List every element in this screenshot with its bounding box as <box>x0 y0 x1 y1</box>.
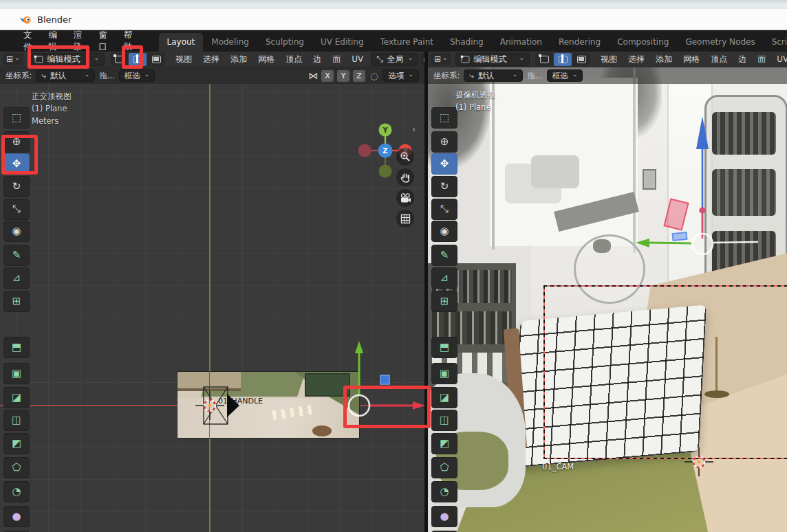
menu-edge[interactable]: 边 <box>308 52 326 67</box>
menu-add[interactable]: 添加 <box>226 52 252 67</box>
tool-inset-faces-button[interactable]: ▣ <box>3 363 30 384</box>
axis-ball-neg-x[interactable] <box>358 144 371 157</box>
toggle-ortho-button[interactable] <box>396 210 414 228</box>
gizmo-plane-handle[interactable] <box>380 375 389 384</box>
menu-vertex[interactable]: 顶点 <box>281 52 307 67</box>
gizmo-z-arrow[interactable] <box>696 116 709 149</box>
gizmo-x-arrow[interactable] <box>699 207 705 213</box>
tool-poly-build-button[interactable]: ⬠ <box>3 457 30 478</box>
tool-select-box-button[interactable]: ⬚ <box>3 107 30 129</box>
tool-move-button[interactable]: ✥ <box>431 153 457 175</box>
tool-smooth-button[interactable]: ● <box>3 506 30 527</box>
tool-add-cube-button[interactable]: ⊞ <box>3 291 30 312</box>
tool-bevel-button[interactable]: ◪ <box>431 387 457 408</box>
tool-extrude-region-button[interactable]: ⬒ <box>431 337 457 358</box>
tab-shading[interactable]: Shading <box>442 33 492 52</box>
tab-texture-paint[interactable]: Texture Paint <box>372 33 442 52</box>
tool-select-box-button[interactable]: ⬚ <box>431 107 457 129</box>
tool-cursor-button[interactable]: ⊕ <box>431 131 457 153</box>
tab-scripting[interactable]: Scripting <box>764 33 787 52</box>
tab-animation[interactable]: Animation <box>492 33 550 52</box>
drag-mode-dropdown[interactable]: 框选 ⌄ <box>547 69 583 82</box>
tab-modeling[interactable]: Modeling <box>203 33 257 52</box>
mode-dropdown[interactable]: 编辑模式 ⌄ <box>455 53 530 66</box>
tool-loop-cut-button[interactable]: ◫ <box>431 410 457 431</box>
gizmo-plane-handle[interactable] <box>665 199 689 230</box>
menu-uv[interactable]: UV <box>347 53 368 65</box>
gizmo-plane-handle[interactable] <box>673 232 687 241</box>
tool-measure-button[interactable]: ⊿ <box>431 267 457 289</box>
tool-annotate-button[interactable]: ✎ <box>3 245 30 266</box>
tool-inset-faces-button[interactable]: ▣ <box>431 363 457 384</box>
camera-view-button[interactable] <box>396 189 414 207</box>
tool-loop-cut-button[interactable]: ◫ <box>3 410 30 431</box>
edge-select-button[interactable] <box>129 53 147 66</box>
viewport-3d-right[interactable]: ⊞ ⌄ 编辑模式 ⌄ 视图 选择 添加 网格 顶点 边 面 UV ⤡ <box>428 52 787 532</box>
menu-view[interactable]: 视图 <box>596 52 622 67</box>
tab-geometry-nodes[interactable]: Geometry Nodes <box>677 33 763 52</box>
pivot-point-button[interactable]: ◉ <box>420 53 424 65</box>
editor-type-button[interactable]: ⊞ ⌄ <box>431 53 451 65</box>
menu-face[interactable]: 面 <box>753 52 770 67</box>
gizmo-axis-highlight[interactable] <box>713 242 758 243</box>
editor-type-button[interactable]: ⊞ ⌄ <box>3 53 23 65</box>
tab-rendering[interactable]: Rendering <box>550 33 609 52</box>
gizmo-y-arrow[interactable] <box>355 341 363 353</box>
tool-transform-button[interactable]: ◉ <box>431 221 457 242</box>
vertex-select-button[interactable] <box>110 53 128 66</box>
menu-mesh[interactable]: 网格 <box>253 52 279 67</box>
menu-vertex[interactable]: 顶点 <box>706 52 732 67</box>
tool-knife-button[interactable]: ◩ <box>431 433 457 454</box>
viewport-3d-left[interactable]: ⊞ ⌄ 编辑模式 ⌄ 视图 选择 添加 网格 顶点 边 面 UV ⤡ <box>0 52 424 532</box>
tool-move-button[interactable]: ✥ <box>3 153 30 175</box>
zoom-button[interactable] <box>396 148 414 166</box>
axis-ball-neg-y[interactable] <box>379 165 392 178</box>
mode-dropdown[interactable]: 编辑模式 ⌄ <box>29 53 105 66</box>
tool-rotate-button[interactable]: ↻ <box>3 176 30 197</box>
menu-edge[interactable]: 边 <box>733 52 751 67</box>
tool-scale-button[interactable]: ⤡ <box>431 199 457 220</box>
mirror-z-toggle[interactable]: Z <box>353 70 365 82</box>
drag-mode-dropdown[interactable]: 框选 ⌄ <box>119 69 155 82</box>
pan-button[interactable] <box>396 168 414 186</box>
tab-sculpting[interactable]: Sculpting <box>257 33 312 52</box>
tool-smooth-button[interactable]: ● <box>431 506 457 527</box>
tool-spin-button[interactable]: ◔ <box>431 481 457 502</box>
sidebar-collapse-chevron[interactable]: ‹ <box>412 124 416 134</box>
gizmo-y-arrow[interactable] <box>636 239 649 247</box>
menu-select[interactable]: 选择 <box>623 52 649 67</box>
tool-cursor-button[interactable]: ⊕ <box>3 131 30 153</box>
tool-extrude-region-button[interactable]: ⬒ <box>3 337 30 358</box>
tool-poly-build-button[interactable]: ⬠ <box>431 457 457 478</box>
tool-bevel-button[interactable]: ◪ <box>3 387 30 408</box>
edge-select-button[interactable] <box>554 53 572 66</box>
face-select-button[interactable] <box>572 53 590 66</box>
menu-view[interactable]: 视图 <box>171 52 197 67</box>
tool-spin-button[interactable]: ◔ <box>3 481 30 502</box>
tool-rotate-button[interactable]: ↻ <box>431 176 457 197</box>
tab-compositing[interactable]: Compositing <box>609 33 677 52</box>
tab-uv-editing[interactable]: UV Editing <box>312 33 372 52</box>
options-dropdown[interactable]: 选项 ⌄ <box>382 69 419 82</box>
gizmo-center-circle[interactable] <box>349 395 369 416</box>
viewport-canvas-top-ortho[interactable]: 正交顶视图 (1) Plane Meters <box>0 84 424 532</box>
tool-measure-button[interactable]: ⊿ <box>3 267 30 289</box>
face-select-button[interactable] <box>147 53 165 66</box>
menu-uv[interactable]: UV <box>772 53 787 65</box>
mirror-x-toggle[interactable]: X <box>321 70 334 82</box>
tool-scale-button[interactable]: ⤡ <box>3 199 30 220</box>
menu-add[interactable]: 添加 <box>651 52 677 67</box>
tool-knife-button[interactable]: ◩ <box>3 433 30 454</box>
menu-select[interactable]: 选择 <box>198 52 224 67</box>
viewport-canvas-camera-view[interactable]: 01_CAM 摄像机透视 (1) Plane <box>428 67 787 532</box>
transform-orientation-dropdown[interactable]: ⤡ 全局 ⌄ <box>371 53 418 66</box>
gizmo-x-arrow[interactable] <box>413 401 424 410</box>
vertex-select-button[interactable] <box>535 53 553 66</box>
coord-system-dropdown[interactable]: ⤷ 默认 ⌄ <box>36 69 95 82</box>
tool-transform-button[interactable]: ◉ <box>3 221 30 242</box>
mirror-y-toggle[interactable]: Y <box>337 70 349 82</box>
tool-annotate-button[interactable]: ✎ <box>431 245 457 266</box>
menu-mesh[interactable]: 网格 <box>678 52 704 67</box>
menu-face[interactable]: 面 <box>327 52 345 67</box>
tab-layout[interactable]: Layout <box>159 33 204 52</box>
